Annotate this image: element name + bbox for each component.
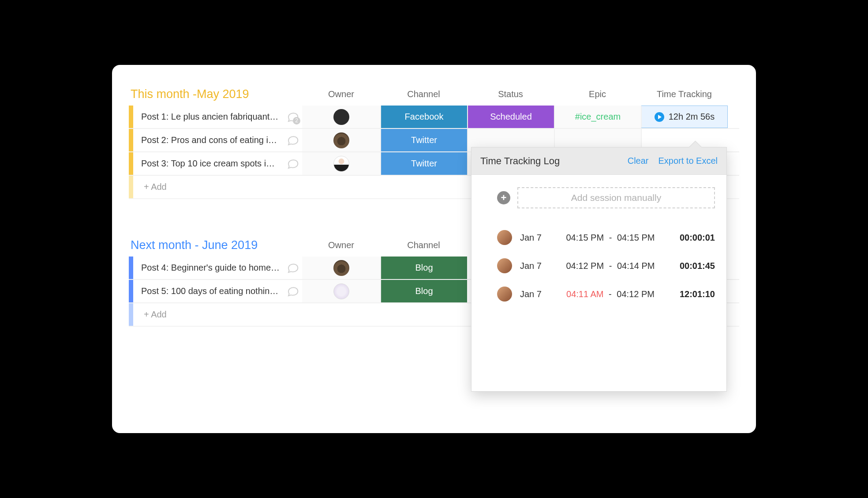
- row-color-bar: [129, 152, 133, 175]
- time-tracking-log-popover: Time Tracking Log Clear Export to Excel …: [471, 147, 727, 392]
- channel-cell[interactable]: Blog: [380, 257, 467, 279]
- epic-cell[interactable]: #ice_cream: [554, 106, 641, 128]
- column-header-owner: Owner: [302, 89, 380, 99]
- dash-icon: -: [609, 261, 612, 271]
- session-start: 04:11 AM: [566, 289, 604, 299]
- comment-count: 2: [293, 117, 300, 124]
- session-end: 04:12 PM: [617, 289, 655, 299]
- popover-title: Time Tracking Log: [480, 155, 618, 167]
- popover-header: Time Tracking Log Clear Export to Excel: [471, 147, 726, 175]
- task-title-cell[interactable]: Post 3: Top 10 ice cream spots i…: [133, 152, 302, 175]
- owner-cell[interactable]: [302, 152, 380, 175]
- column-header-owner: Owner: [302, 240, 380, 250]
- session-duration: 12:01:10: [666, 289, 715, 299]
- dash-icon: -: [609, 233, 612, 242]
- session-end: 04:15 PM: [617, 233, 655, 242]
- owner-cell[interactable]: [302, 129, 380, 151]
- section-title-june[interactable]: Next month - June 2019: [129, 238, 302, 252]
- play-icon[interactable]: [655, 112, 664, 122]
- channel-cell[interactable]: Twitter: [380, 129, 467, 151]
- channel-cell[interactable]: Blog: [380, 280, 467, 302]
- task-title: Post 2: Pros and cons of eating i…: [141, 135, 282, 145]
- row-color-bar: [129, 257, 133, 279]
- session-row[interactable]: Jan 7 04:15 PM - 04:15 PM 00:00:01: [483, 223, 715, 252]
- channel-cell[interactable]: Twitter: [380, 152, 467, 175]
- column-header-time-tracking: Time Tracking: [641, 89, 728, 99]
- add-session-manually-row[interactable]: + Add session manually: [483, 187, 715, 208]
- owner-cell[interactable]: [302, 257, 380, 279]
- section-title-may[interactable]: This month -May 2019: [129, 87, 302, 101]
- column-header-channel: Channel: [380, 240, 467, 250]
- task-title: Post 3: Top 10 ice cream spots i…: [141, 158, 282, 169]
- session-date: Jan 7: [520, 289, 554, 299]
- session-row[interactable]: Jan 7 04:11 AM - 04:12 PM 12:01:10: [483, 280, 715, 308]
- session-time-range: 04:11 AM - 04:12 PM: [554, 289, 666, 299]
- session-duration: 00:01:45: [666, 261, 715, 271]
- avatar: [333, 283, 349, 299]
- owner-cell[interactable]: [302, 106, 380, 128]
- time-tracking-value: 12h 2m 56s: [669, 112, 715, 122]
- column-header-status: Status: [467, 89, 554, 99]
- comment-icon[interactable]: [286, 261, 299, 275]
- dash-icon: -: [609, 289, 612, 299]
- task-title: Post 4: Beginner's guide to home…: [141, 263, 282, 273]
- comment-icon[interactable]: [286, 285, 299, 298]
- task-title: Post 1: Le plus ancien fabriquant…: [141, 112, 282, 122]
- avatar: [497, 258, 512, 273]
- column-header-epic: Epic: [554, 89, 641, 99]
- export-to-excel-button[interactable]: Export to Excel: [658, 156, 718, 166]
- owner-cell[interactable]: [302, 280, 380, 302]
- clear-button[interactable]: Clear: [628, 156, 649, 166]
- add-label: + Add: [133, 182, 167, 192]
- avatar: [333, 156, 349, 172]
- avatar: [333, 132, 349, 148]
- comment-icon[interactable]: [286, 134, 299, 147]
- section-header-may: This month -May 2019 Owner Channel Statu…: [129, 83, 739, 106]
- session-date: Jan 7: [520, 261, 554, 271]
- row-color-bar: [129, 280, 133, 302]
- task-title-cell[interactable]: Post 5: 100 days of eating nothin…: [133, 280, 302, 302]
- channel-cell[interactable]: Facebook: [380, 106, 467, 128]
- avatar: [497, 230, 512, 245]
- row-color-bar: [129, 176, 133, 198]
- session-duration: 00:00:01: [666, 233, 715, 243]
- row-color-bar: [129, 106, 133, 128]
- task-title-cell[interactable]: Post 4: Beginner's guide to home…: [133, 257, 302, 279]
- session-time-range: 04:15 PM - 04:15 PM: [554, 233, 666, 243]
- popover-body: + Add session manually Jan 7 04:15 PM - …: [471, 175, 726, 391]
- column-header-channel: Channel: [380, 89, 467, 99]
- avatar: [333, 109, 349, 125]
- status-cell[interactable]: Scheduled: [467, 106, 554, 128]
- avatar: [497, 287, 512, 302]
- table-row[interactable]: Post 1: Le plus ancien fabriquant… 2 Fac…: [129, 106, 739, 129]
- add-session-manually-input[interactable]: Add session manually: [517, 187, 715, 208]
- add-label: + Add: [133, 309, 167, 320]
- session-date: Jan 7: [520, 233, 554, 243]
- task-title-cell[interactable]: Post 1: Le plus ancien fabriquant… 2: [133, 106, 302, 128]
- time-tracking-cell[interactable]: 12h 2m 56s: [641, 106, 728, 128]
- session-start: 04:15 PM: [566, 233, 604, 242]
- comment-icon[interactable]: 2: [286, 110, 299, 124]
- board-card: This month -May 2019 Owner Channel Statu…: [112, 65, 756, 433]
- plus-icon[interactable]: +: [497, 191, 510, 204]
- session-start: 04:12 PM: [566, 261, 604, 271]
- comment-icon[interactable]: [286, 157, 299, 170]
- session-time-range: 04:12 PM - 04:14 PM: [554, 261, 666, 271]
- task-title: Post 5: 100 days of eating nothin…: [141, 286, 282, 296]
- session-row[interactable]: Jan 7 04:12 PM - 04:14 PM 00:01:45: [483, 252, 715, 280]
- session-end: 04:14 PM: [617, 261, 655, 271]
- row-color-bar: [129, 303, 133, 326]
- row-color-bar: [129, 129, 133, 151]
- avatar: [333, 260, 349, 276]
- task-title-cell[interactable]: Post 2: Pros and cons of eating i…: [133, 129, 302, 151]
